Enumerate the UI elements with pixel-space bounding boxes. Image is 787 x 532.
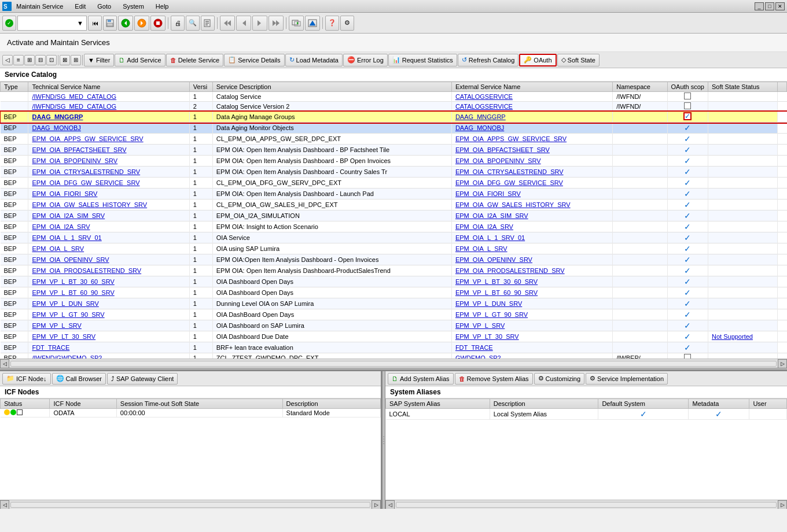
find-next-button[interactable] [201,16,215,31]
catalog-table-container[interactable]: Type Technical Service Name Versi Servic… [0,82,787,359]
catalog-row[interactable]: /IWFND/SG_MED_CATALOG2Catalog Service Ve… [1,102,787,112]
nav-hierarchy-btn[interactable]: ⊟ [35,55,46,65]
aliases-table-container[interactable]: SAP System Alias Description Default Sys… [385,398,787,500]
service-details-button[interactable]: 📋 Service Details [224,54,284,66]
catalog-row[interactable]: BEPEPM_VP_L_SRV1OIA Dashboard on SAP Lum… [1,320,787,331]
remove-alias-button[interactable]: 🗑 Remove System Alias [455,373,533,385]
icf-hscroll-left[interactable]: ◁ [0,500,9,509]
command-input[interactable]: ▼ [17,16,87,31]
menu-goto[interactable]: Goto [95,2,113,10]
delete-service-button[interactable]: 🗑 Delete Service [166,54,224,66]
new-session-button[interactable] [289,16,304,31]
catalog-row[interactable]: BEPEPM_VP_L_BT_30_60_SRV1OIA Dashboard O… [1,276,787,287]
catalog-row[interactable]: BEPEPM_OIA_I2A_SRV1EPM OIA: Insight to A… [1,221,787,232]
row-version: 1 [189,320,212,331]
catalog-row[interactable]: BEPEPM_OIA_APPS_GW_SERVICE_SRV1CL_EPM_OI… [1,134,787,145]
nav-list-btn[interactable]: ≡ [13,55,24,65]
catalog-row[interactable]: BEP/IWFND/GWDEMO_SP21ZCL_ZTEST_GWDEMO_DP… [1,353,787,359]
icf-node-button[interactable]: 📁 ICF Node↓ [2,373,51,385]
catalog-row[interactable]: BEPEPM_OIA_DFG_GW_SERVICE_SRV1CL_EPM_OIA… [1,178,787,189]
catalog-row[interactable]: BEPEPM_OIA_I2A_SIM_SRV1EPM_OIA_I2A_SIMUL… [1,210,787,221]
alias-hscroll-left[interactable]: ◁ [385,500,395,509]
nav-start-button[interactable]: ⏮ [88,16,102,31]
filter-button[interactable]: ▼ Filter [84,54,114,66]
row-description: EPM OIA: Open Item Analysis Dashboard - … [212,167,451,178]
catalog-row[interactable]: BEPFDT_TRACE1BRF+ lean trace evaluationF… [1,342,787,353]
add-alias-button[interactable]: 🗋 Add System Alias [388,373,454,385]
row-version: 1 [189,112,212,123]
help-button[interactable]: ❓ [325,16,339,31]
hscroll-right[interactable]: ▷ [778,359,787,368]
back-button[interactable] [118,16,133,31]
nav-icon-b[interactable]: ⊞ [71,55,81,65]
find-button[interactable]: 🔍 [186,16,200,31]
aliases-hscroll[interactable]: ◁ ▷ [385,500,787,509]
print-button[interactable]: 🖨 [171,16,185,31]
catalog-row[interactable]: BEPEPM_VP_L_BT_60_90_SRV1OIA Dashboard O… [1,287,787,298]
error-log-button[interactable]: ⛔ Error Log [343,54,388,66]
catalog-row[interactable]: /IWFND/SG_MED_CATALOG1Catalog ServiceCAT… [1,92,787,102]
nav-back-btn[interactable]: ◁ [2,55,13,65]
maximize-button[interactable]: □ [765,2,774,10]
close-button[interactable]: ✕ [775,2,785,10]
customizing-button[interactable]: ⚙ Customizing [534,373,585,385]
row-oauth: ✓ [667,221,708,232]
nav-detail-btn[interactable]: ⊡ [46,55,57,65]
catalog-row[interactable]: BEPEPM_OIA_GW_SALES_HISTORY_SRV1CL_EPM_O… [1,200,787,210]
alias-row[interactable]: LOCAL Local System Alias ✓ ✓ [386,409,787,420]
catalog-row[interactable]: BEPEPM_OIA_BPOPENINV_SRV1EPM OIA: Open I… [1,156,787,167]
create-mode-button[interactable] [305,16,320,31]
load-metadata-button[interactable]: ↻ Load Metadata [285,54,343,66]
forward-button[interactable] [134,16,149,31]
minimize-button[interactable]: _ [755,2,764,10]
catalog-row[interactable]: BEPEPM_OIA_L_1_SRV_011OIA ServiceEPM_OIA… [1,232,787,243]
catalog-row[interactable]: BEPEPM_OIA_L_SRV1OIA using SAP LumiraEPM… [1,243,787,254]
catalog-row[interactable]: BEPEPM_VP_L_DUN_SRV1Dunning Level OIA on… [1,298,787,309]
catalog-row[interactable]: BEPEPM_VP_LT_30_SRV1OIA Dashboard Due Da… [1,331,787,342]
alias-hscroll-track[interactable] [396,502,777,508]
oauth-button[interactable]: 🔑 OAuth [519,54,556,66]
refresh-catalog-button[interactable]: ↺ Refresh Catalog [458,54,519,66]
catalog-row[interactable]: BEPEPM_OIA_BPFACTSHEET_SRV1EPM OIA: Open… [1,145,787,156]
add-service-button[interactable]: 🗋 Add Service [115,54,165,66]
catalog-hscroll[interactable]: ◁ ▷ [0,359,787,368]
menu-system[interactable]: System [120,2,146,10]
stop-button[interactable] [150,16,166,31]
hscroll-left[interactable]: ◁ [0,359,9,368]
icf-hscroll-right[interactable]: ▷ [372,500,381,509]
row-oauth: ✓ [667,276,708,287]
page-next-button[interactable] [252,16,267,31]
request-statistics-button[interactable]: 📊 Request Statistics [388,54,457,66]
catalog-row[interactable]: BEPEPM_OIA_FIORI_SRV1EPM OIA: Open Item … [1,189,787,200]
catalog-row[interactable]: BEPEPM_OIA_PRODSALESTREND_SRV1EPM OIA: O… [1,265,787,276]
check-button[interactable]: ✓ [2,16,16,31]
page-prev-button[interactable] [236,16,251,31]
catalog-row[interactable]: BEPDAAG_MONOBJ1Data Aging Monitor Object… [1,123,787,134]
command-field[interactable] [19,20,77,27]
catalog-row[interactable]: BEPEPM_VP_L_GT_90_SRV1OIA DashBoard Open… [1,309,787,320]
hscroll-track[interactable] [10,361,777,367]
dropdown-arrow[interactable]: ▼ [77,20,83,27]
soft-state-button[interactable]: ◇ Soft State [557,54,600,66]
row-oauth: ✓ [667,243,708,254]
menu-maintain-service[interactable]: Maintain Service [14,2,65,10]
catalog-row[interactable]: BEPDAAG_MNGGRP1Data Aging Manage GroupsD… [1,112,787,123]
page-last-button[interactable] [269,16,284,31]
icf-hscroll-track[interactable] [10,502,370,508]
icf-table-container[interactable]: Status ICF Node Session Time-out Soft St… [0,398,381,500]
icf-row[interactable]: ODATA 00:00:00 Standard Mode [1,409,381,418]
nav-icon-a[interactable]: ⊠ [60,55,70,65]
alias-hscroll-right[interactable]: ▷ [778,500,787,509]
save-button[interactable] [103,16,117,31]
call-browser-button[interactable]: 🌐 Call Browser [52,373,106,385]
customize-button[interactable]: ⚙ [340,16,354,31]
page-first-button[interactable] [220,16,235,31]
catalog-row[interactable]: BEPEPM_OIA_OPENINV_SRV1EPM OIA:Open Item… [1,254,787,265]
icf-hscroll[interactable]: ◁ ▷ [0,500,381,509]
service-impl-button[interactable]: ⚙ Service Implementation [586,373,668,385]
menu-help[interactable]: Help [153,2,171,10]
catalog-row[interactable]: BEPEPM_OIA_CTRYSALESTREND_SRV1EPM OIA: O… [1,167,787,178]
sap-gateway-button[interactable]: ⤴ SAP Gateway Client [107,373,178,385]
nav-tree-btn[interactable]: ⊞ [24,55,35,65]
menu-edit[interactable]: Edit [72,2,88,10]
